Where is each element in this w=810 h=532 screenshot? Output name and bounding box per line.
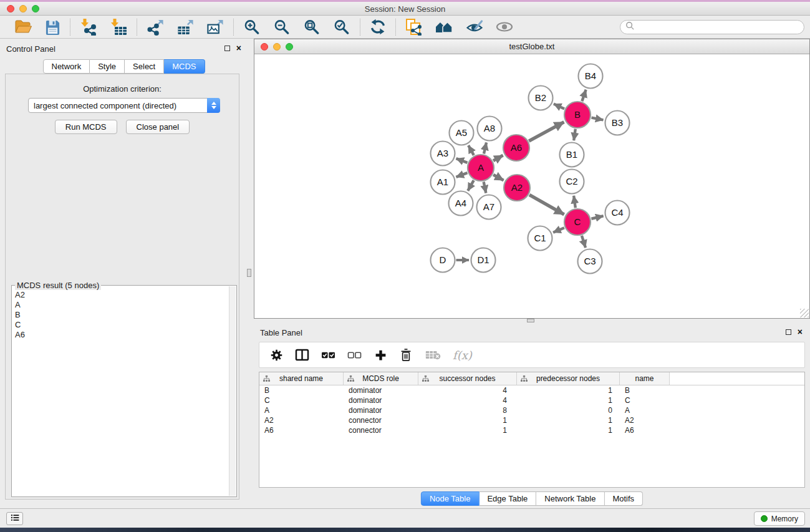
edge-A-A2[interactable] [493, 175, 503, 180]
table-row[interactable]: Cdominator41C [259, 395, 804, 405]
node-A5[interactable]: A5 [450, 121, 474, 145]
hide-details-icon[interactable] [496, 20, 513, 34]
table-tab-motifs[interactable]: Motifs [604, 491, 643, 506]
edge-B-B3[interactable] [592, 118, 604, 120]
edge-A-A3[interactable] [456, 158, 468, 163]
save-session-icon[interactable] [45, 19, 60, 35]
import-network-icon[interactable] [80, 18, 97, 36]
node-D1[interactable]: D1 [471, 248, 496, 273]
zoom-fit-icon[interactable] [303, 19, 321, 36]
edge-C-C4[interactable] [591, 216, 603, 219]
export-image-icon[interactable] [206, 19, 224, 36]
open-file-icon[interactable] [14, 19, 32, 35]
edge-A-A8[interactable] [484, 142, 486, 153]
node-B4[interactable]: B4 [579, 64, 603, 89]
panel-mode-icon[interactable] [295, 349, 309, 361]
column-header-name[interactable]: name [620, 372, 670, 385]
node-A6[interactable]: A6 [503, 135, 529, 161]
edge-B-B1[interactable] [574, 129, 576, 140]
table-tab-network-table[interactable]: Network Table [536, 491, 604, 506]
column-header-predecessor-nodes[interactable]: predecessor nodes [517, 372, 620, 385]
edge-C-C1[interactable] [553, 228, 564, 233]
optimization-criterion-dropdown[interactable]: largest connected component (directed) [28, 98, 220, 113]
zoom-out-icon[interactable] [273, 19, 291, 36]
graphics-details-icon[interactable] [466, 19, 483, 35]
select-all-icon[interactable] [321, 349, 335, 361]
edge-B-B2[interactable] [554, 104, 564, 109]
memory-button[interactable]: Memory [754, 511, 805, 526]
edge-A-A5[interactable] [468, 145, 474, 155]
network-canvas[interactable]: A5A8A3AA1A4A7A6A2B2B4BB3B1C2C4CC1C3DD1 [254, 55, 809, 318]
delete-column-icon[interactable] [399, 348, 413, 362]
table-tab-edge-table[interactable]: Edge Table [479, 491, 536, 506]
window-resize-grip[interactable] [800, 309, 809, 317]
table-row[interactable]: Adominator80A [259, 405, 804, 415]
node-B[interactable]: B [564, 102, 591, 128]
float-table-panel-icon[interactable] [786, 329, 791, 335]
vertical-splitter-grip[interactable] [247, 269, 251, 277]
node-C1[interactable]: C1 [528, 226, 552, 251]
node-C4[interactable]: C4 [605, 201, 630, 225]
search-input[interactable] [635, 22, 804, 32]
export-network-icon[interactable] [147, 19, 164, 36]
node-A8[interactable]: A8 [478, 117, 502, 141]
node-C2[interactable]: C2 [560, 170, 584, 194]
mcds-result-item[interactable]: A6 [15, 330, 228, 340]
mcds-result-item[interactable]: A2 [15, 290, 228, 300]
edge-A-A4[interactable] [468, 180, 473, 191]
edge-A2-C[interactable] [529, 195, 564, 215]
edge-C-C3[interactable] [582, 236, 586, 248]
export-table-icon[interactable] [176, 19, 194, 36]
node-A1[interactable]: A1 [431, 170, 455, 195]
settings-gear-icon[interactable] [269, 349, 283, 362]
dropdown-stepper-icon[interactable] [207, 98, 220, 113]
deselect-all-icon[interactable] [347, 349, 362, 361]
node-A2[interactable]: A2 [504, 175, 530, 201]
show-networks-icon[interactable] [435, 19, 453, 35]
table-row[interactable]: Bdominator41B [259, 385, 804, 395]
column-header-MCDS-role[interactable]: MCDS role [344, 372, 418, 385]
mcds-result-scrollbar[interactable] [229, 286, 236, 496]
network-graph[interactable]: A5A8A3AA1A4A7A6A2B2B4BB3B1C2C4CC1C3DD1 [254, 55, 809, 319]
import-table-icon[interactable] [110, 18, 127, 36]
table-tab-node-table[interactable]: Node Table [421, 491, 480, 506]
tab-network[interactable]: Network [42, 59, 90, 74]
search-box[interactable] [620, 20, 804, 34]
add-column-icon[interactable] [374, 349, 387, 362]
table-row[interactable]: A2connector11A2 [259, 415, 804, 425]
edge-A-A1[interactable] [456, 173, 468, 177]
mcds-result-item[interactable]: A [15, 300, 228, 310]
column-header-shared-name[interactable]: shared name [259, 372, 344, 385]
column-header-successor-nodes[interactable]: successor nodes [418, 372, 517, 385]
edge-C-C2[interactable] [574, 196, 576, 208]
task-history-button[interactable] [6, 512, 23, 525]
node-B3[interactable]: B3 [605, 111, 630, 135]
node-A4[interactable]: A4 [449, 191, 473, 216]
node-C[interactable]: C [564, 209, 591, 235]
node-A7[interactable]: A7 [477, 195, 501, 220]
mcds-result-item[interactable]: C [15, 320, 228, 330]
refresh-icon[interactable] [370, 19, 386, 35]
node-C3[interactable]: C3 [578, 249, 602, 274]
edge-A-A7[interactable] [484, 182, 486, 193]
close-panel-button[interactable]: Close panel [126, 120, 190, 134]
new-session-icon[interactable] [405, 18, 422, 36]
float-panel-icon[interactable] [224, 46, 230, 51]
run-mcds-button[interactable]: Run MCDS [55, 120, 117, 134]
node-B1[interactable]: B1 [560, 143, 584, 167]
edge-A6-B[interactable] [529, 122, 564, 141]
table-row[interactable]: A6connector11A6 [259, 425, 804, 435]
close-panel-icon[interactable]: × [236, 45, 241, 51]
node-D[interactable]: D [431, 248, 455, 273]
node-B2[interactable]: B2 [529, 86, 553, 110]
tab-select[interactable]: Select [125, 59, 164, 74]
tab-style[interactable]: Style [90, 59, 125, 74]
zoom-selected-icon[interactable] [333, 19, 350, 36]
tab-mcds[interactable]: MCDS [164, 59, 205, 74]
node-A3[interactable]: A3 [431, 142, 455, 166]
node-A[interactable]: A [468, 155, 494, 181]
close-table-panel-icon[interactable]: × [798, 329, 803, 335]
zoom-in-icon[interactable] [243, 19, 261, 36]
edge-B-B4[interactable] [582, 90, 586, 101]
mcds-result-item[interactable]: B [15, 310, 228, 320]
